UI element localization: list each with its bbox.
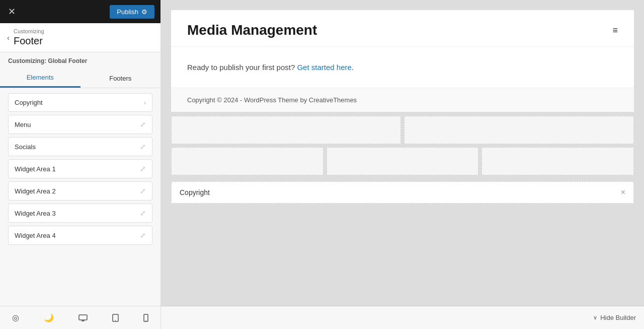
back-arrow-icon[interactable]: ‹ — [7, 33, 10, 42]
element-socials-label: Socials — [15, 143, 36, 151]
hide-builder-button[interactable]: ∨ Hide Builder — [593, 314, 636, 321]
widget-placeholder-2 — [404, 116, 634, 144]
element-copyright[interactable]: Copyright › — [8, 93, 152, 112]
main-preview: Media Management ≡ Ready to publish your… — [161, 0, 644, 329]
hide-builder-label: Hide Builder — [600, 314, 636, 321]
element-widget1-label: Widget Area 1 — [15, 165, 56, 173]
responsive-circle-icon[interactable]: ◎ — [8, 309, 23, 326]
element-widget2[interactable]: Widget Area 2 ⤢ — [8, 181, 152, 201]
hamburger-icon: ≡ — [612, 25, 618, 36]
svg-point-4 — [115, 320, 116, 321]
element-menu[interactable]: Menu ⤢ — [8, 115, 152, 134]
move-icon: ⤢ — [140, 165, 146, 173]
publish-button[interactable]: Publish ⚙ — [110, 5, 154, 19]
desktop-view-icon[interactable] — [74, 310, 92, 325]
page-card: Media Management ≡ Ready to publish your… — [171, 10, 634, 112]
widget-placeholder-4 — [327, 147, 479, 175]
copyright-bar: Copyright × — [171, 181, 634, 204]
element-widget4[interactable]: Widget Area 4 ⤢ — [8, 226, 152, 245]
mobile-view-icon[interactable] — [139, 310, 152, 326]
element-widget3-label: Widget Area 3 — [15, 210, 56, 217]
element-widget4-label: Widget Area 4 — [15, 232, 56, 239]
tablet-view-icon[interactable] — [108, 310, 123, 326]
sidebar: ✕ Publish ⚙ ‹ Customizing Footer Customi… — [0, 0, 161, 329]
element-copyright-label: Copyright — [15, 99, 43, 106]
widget-placeholder-5 — [481, 147, 634, 175]
get-started-link[interactable]: Get started here — [297, 63, 351, 72]
widget-placeholder-3 — [171, 147, 324, 175]
tabs-bar: Elements Footers — [0, 69, 160, 88]
footer-copyright-text: Copyright © 2024 - WordPress Theme by Cr… — [187, 96, 357, 104]
copyright-bar-label: Copyright — [180, 188, 210, 196]
page-footer: Copyright © 2024 - WordPress Theme by Cr… — [171, 88, 634, 112]
widget-row-2 — [171, 147, 634, 175]
svg-point-6 — [145, 320, 146, 320]
customizing-label: Customizing — [14, 28, 44, 35]
move-icon: ⤢ — [140, 231, 146, 239]
widget-row-1 — [171, 116, 634, 144]
tab-elements[interactable]: Elements — [0, 69, 80, 88]
back-bar: ‹ Customizing Footer — [0, 23, 160, 52]
copyright-close-button[interactable]: × — [621, 188, 625, 197]
sidebar-bottom: ◎ 🌙 — [0, 306, 160, 329]
dark-mode-icon[interactable]: 🌙 — [40, 309, 58, 326]
element-widget2-label: Widget Area 2 — [15, 187, 56, 195]
page-header: Media Management ≡ — [171, 10, 634, 47]
move-icon: ⤢ — [140, 143, 146, 151]
move-icon: ⤢ — [140, 120, 146, 128]
element-widget3[interactable]: Widget Area 3 ⤢ — [8, 204, 152, 223]
close-button[interactable]: ✕ — [6, 5, 18, 18]
page-title: Media Management — [187, 22, 317, 38]
element-socials[interactable]: Socials ⤢ — [8, 137, 152, 156]
move-icon: ⤢ — [140, 209, 146, 217]
chevron-down-icon: ∨ — [593, 314, 597, 321]
preview-area: Media Management ≡ Ready to publish your… — [161, 0, 644, 306]
bottom-bar: ∨ Hide Builder — [161, 306, 644, 329]
gear-icon: ⚙ — [141, 8, 147, 16]
global-footer-label: Customizing: Global Footer — [0, 52, 160, 69]
publish-label: Publish — [117, 8, 138, 16]
tab-footers[interactable]: Footers — [80, 69, 161, 88]
chevron-right-icon: › — [144, 99, 146, 106]
back-bar-text: Customizing Footer — [14, 28, 44, 47]
widget-placeholder-1 — [171, 116, 401, 144]
element-widget1[interactable]: Widget Area 1 ⤢ — [8, 159, 152, 178]
move-icon: ⤢ — [140, 187, 146, 195]
element-menu-label: Menu — [15, 121, 31, 128]
page-content-text: Ready to publish your first post? — [187, 63, 295, 72]
widget-section: Copyright × — [171, 116, 634, 204]
page-content: Ready to publish your first post? Get st… — [171, 47, 634, 88]
footer-title: Footer — [14, 35, 43, 46]
elements-list: Copyright › Menu ⤢ Socials ⤢ Widget Area… — [0, 88, 160, 306]
header-left: ✕ — [6, 5, 18, 18]
svg-rect-0 — [79, 315, 87, 320]
sidebar-header: ✕ Publish ⚙ — [0, 0, 160, 23]
